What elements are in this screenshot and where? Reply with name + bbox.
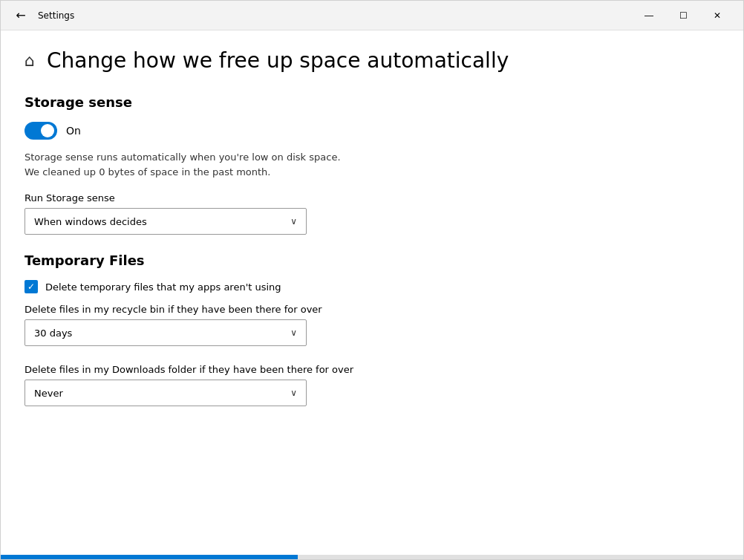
storage-sense-heading: Storage sense	[25, 94, 719, 110]
titlebar-title: Settings	[38, 10, 632, 21]
back-button[interactable]: ←	[10, 4, 32, 27]
run-dropdown-value: When windows decides	[34, 216, 147, 227]
maximize-button[interactable]: ☐	[666, 1, 700, 30]
temporary-files-section: Temporary Files Delete temporary files t…	[25, 253, 719, 406]
recycle-dropdown-chevron: ∨	[290, 328, 297, 338]
downloads-dropdown-chevron: ∨	[290, 388, 297, 398]
storage-sense-description: Storage sense runs automatically when yo…	[25, 150, 719, 181]
downloads-folder-label: Delete files in my Downloads folder if t…	[25, 364, 719, 375]
delete-temp-label: Delete temporary files that my apps aren…	[45, 281, 281, 293]
close-button[interactable]: ✕	[700, 1, 734, 30]
recycle-dropdown-value: 30 days	[34, 328, 72, 339]
storage-sense-section: Storage sense On Storage sense runs auto…	[25, 94, 719, 235]
temporary-files-heading: Temporary Files	[25, 253, 719, 268]
run-storage-sense-label: Run Storage sense	[25, 192, 719, 204]
storage-sense-toggle[interactable]	[25, 122, 57, 140]
toggle-on-label: On	[66, 125, 81, 137]
delete-temp-files-row: Delete temporary files that my apps aren…	[25, 280, 719, 293]
delete-temp-checkbox[interactable]	[25, 280, 38, 293]
page-header: ⌂ Change how we free up space automatica…	[25, 48, 719, 74]
window-controls: — ☐ ✕	[632, 1, 734, 30]
run-storage-sense-dropdown[interactable]: When windows decides ∨	[25, 208, 307, 235]
home-icon: ⌂	[25, 51, 35, 70]
bottom-bar	[1, 555, 743, 559]
settings-window: ← Settings — ☐ ✕ ⌂ Change how we free up…	[0, 0, 744, 560]
downloads-folder-dropdown[interactable]: Never ∨	[25, 380, 307, 406]
titlebar: ← Settings — ☐ ✕	[1, 1, 743, 30]
downloads-dropdown-value: Never	[34, 388, 63, 399]
recycle-bin-dropdown[interactable]: 30 days ∨	[25, 319, 307, 346]
run-dropdown-chevron: ∨	[290, 216, 297, 227]
page-title: Change how we free up space automaticall…	[47, 48, 509, 74]
storage-sense-toggle-row: On	[25, 122, 719, 140]
main-content: ⌂ Change how we free up space automatica…	[1, 30, 743, 555]
minimize-button[interactable]: —	[632, 1, 666, 30]
recycle-bin-label: Delete files in my recycle bin if they h…	[25, 304, 719, 315]
